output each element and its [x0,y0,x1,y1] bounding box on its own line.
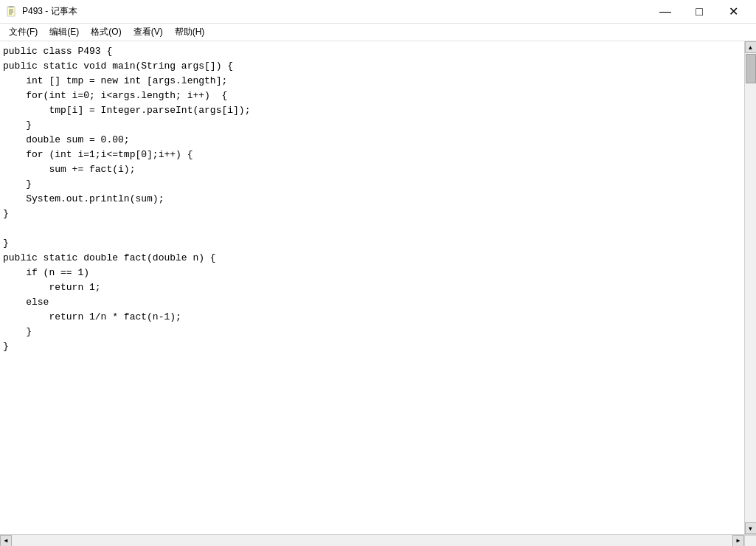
editor-content[interactable]: public class P493 { public static void m… [0,41,744,534]
menu-help[interactable]: 帮助(H) [169,24,211,40]
window-title: P493 - 记事本 [22,5,77,18]
close-button[interactable]: ✕ [716,0,750,24]
menu-edit[interactable]: 编辑(E) [44,24,85,40]
scroll-down-button[interactable]: ▼ [745,522,757,534]
maximize-button[interactable]: □ [682,0,716,24]
vertical-scrollbar[interactable]: ▲ ▼ [744,41,756,534]
title-bar: P493 - 记事本 — □ ✕ [0,0,756,24]
editor-container: public class P493 { public static void m… [0,41,756,534]
scroll-right-button[interactable]: ▶ [732,535,744,547]
code-display: public class P493 { public static void m… [3,44,741,354]
minimize-button[interactable]: — [648,0,682,24]
scroll-track[interactable] [745,53,756,522]
svg-rect-0 [7,7,15,16]
title-bar-left: P493 - 记事本 [6,5,77,18]
window-controls: — □ ✕ [648,0,750,24]
scroll-up-button[interactable]: ▲ [745,41,757,53]
menu-format[interactable]: 格式(O) [85,24,127,40]
horizontal-scrollbar[interactable]: ◀ ▶ [0,534,756,546]
menu-file[interactable]: 文件(F) [3,24,44,40]
scroll-left-button[interactable]: ◀ [0,535,12,547]
scrollbar-corner [744,535,756,547]
scroll-h-track[interactable] [12,535,732,546]
menu-view[interactable]: 查看(V) [128,24,169,40]
svg-rect-1 [9,6,13,7]
notepad-icon [6,6,18,18]
menu-bar: 文件(F) 编辑(E) 格式(O) 查看(V) 帮助(H) [0,24,756,41]
scroll-thumb[interactable] [746,54,756,83]
